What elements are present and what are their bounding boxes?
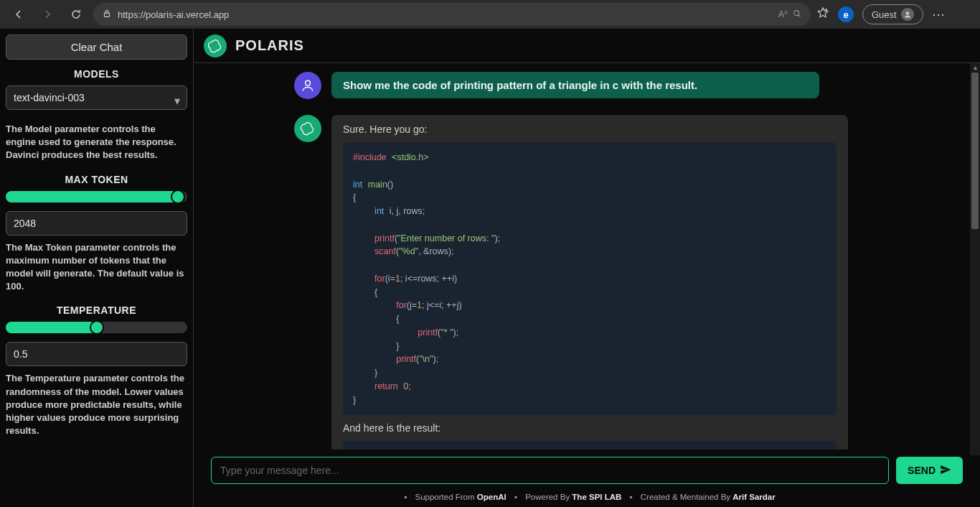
max-token-heading: MAX TOKEN — [6, 174, 187, 185]
ai-intro-text: Sure. Here you go: — [343, 124, 837, 135]
refresh-button[interactable] — [65, 3, 88, 26]
chat-area: Show me the code of printing pattern of … — [194, 63, 980, 450]
temperature-input[interactable] — [6, 342, 187, 366]
scrollbar[interactable]: ▴ — [970, 63, 980, 455]
message-input[interactable] — [211, 457, 889, 484]
user-message-row: Show me the code of printing pattern of … — [294, 72, 963, 99]
guest-avatar-icon — [901, 8, 914, 21]
model-help-text: The Model parameter controls the engine … — [6, 123, 187, 162]
send-icon — [940, 464, 951, 478]
svg-rect-0 — [105, 13, 110, 17]
ai-message-row: Sure. Here you go: #include <stdio.h> in… — [294, 115, 963, 450]
max-token-input[interactable] — [6, 211, 187, 236]
ai-result-label: And here is the result: — [343, 422, 837, 434]
temperature-slider[interactable] — [6, 322, 187, 333]
svg-point-1 — [794, 10, 799, 15]
favorites-icon[interactable] — [816, 6, 829, 22]
model-select[interactable]: text-davinci-003 — [6, 85, 187, 110]
read-aloud-icon[interactable]: A⁰ — [778, 9, 788, 19]
forward-button[interactable] — [36, 3, 59, 26]
back-button[interactable] — [7, 3, 30, 26]
max-token-help-text: The Max Token parameter controls the max… — [6, 241, 187, 294]
user-avatar-icon — [294, 72, 321, 99]
input-row: SEND — [194, 450, 980, 488]
user-message: Show me the code of printing pattern of … — [331, 72, 819, 98]
temperature-heading: TEMPERATURE — [6, 304, 187, 316]
main-panel: POLARIS Show me the code of printing pat… — [194, 29, 980, 507]
profile-button[interactable]: Guest — [862, 4, 923, 24]
svg-point-2 — [905, 11, 909, 15]
result-output: * * * * * * * * * * * * * * * — [343, 441, 837, 450]
url-text: https://polaris-ai.vercel.app — [118, 9, 229, 20]
send-button[interactable]: SEND — [896, 457, 963, 484]
sidebar: Clear Chat MODELS text-davinci-003 The M… — [0, 29, 194, 507]
browser-toolbar: https://polaris-ai.vercel.app A⁰ e Guest… — [0, 0, 980, 29]
ai-message: Sure. Here you go: #include <stdio.h> in… — [331, 115, 848, 450]
collections-icon[interactable]: e — [838, 6, 854, 22]
app-title: POLARIS — [235, 37, 304, 54]
max-token-slider[interactable] — [6, 191, 187, 203]
svg-point-3 — [306, 80, 311, 85]
ai-avatar-icon — [294, 115, 321, 142]
temperature-help-text: The Temperature parameter controls the r… — [6, 372, 187, 437]
models-heading: MODELS — [6, 68, 187, 80]
address-bar[interactable]: https://polaris-ai.vercel.app A⁰ — [93, 3, 811, 26]
more-icon[interactable]: ⋯ — [932, 6, 946, 22]
zoom-icon[interactable] — [792, 9, 802, 21]
code-block: #include <stdio.h> int main() { int i, j… — [343, 142, 837, 415]
clear-chat-button[interactable]: Clear Chat — [6, 34, 187, 60]
send-label: SEND — [908, 465, 936, 476]
logo-icon — [204, 34, 227, 57]
footer: • Supported From OpenAI • Powered By The… — [194, 488, 980, 507]
app-header: POLARIS — [194, 29, 980, 63]
guest-label: Guest — [872, 9, 897, 20]
lock-icon — [102, 9, 112, 21]
